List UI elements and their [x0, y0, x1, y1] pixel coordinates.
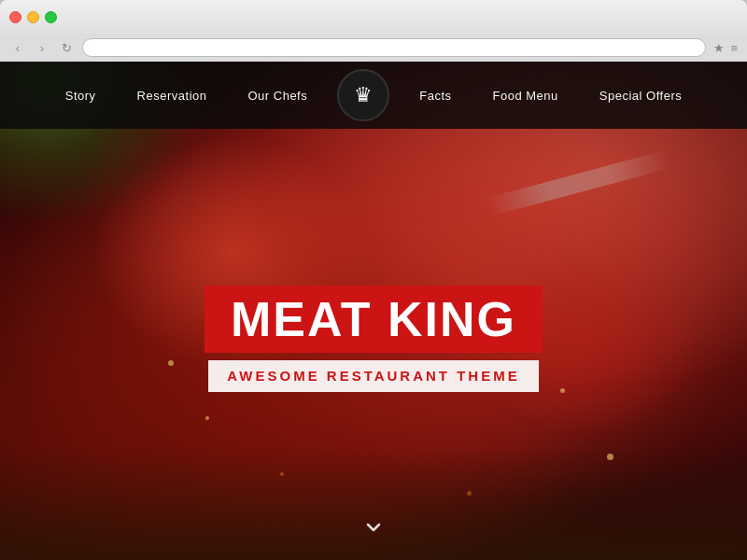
refresh-button[interactable]: ↻	[58, 39, 75, 56]
nav-items-right: Facts Food Menu Special Offers	[399, 89, 702, 103]
nav-our-chefs[interactable]: Our Chefs	[227, 89, 328, 103]
hero-title: MEAT KING	[231, 292, 516, 346]
minimize-button[interactable]	[27, 11, 39, 23]
spice-dot	[607, 454, 613, 460]
forward-button[interactable]: ›	[34, 39, 50, 56]
main-navigation: Story Reservation Our Chefs ♛ Facts Food…	[0, 62, 747, 129]
scroll-down-indicator[interactable]	[364, 518, 383, 541]
close-button[interactable]	[9, 11, 21, 23]
menu-icon[interactable]: ≡	[730, 41, 738, 55]
back-button[interactable]: ‹	[9, 39, 26, 56]
wood-overlay	[0, 448, 747, 560]
bookmark-icon[interactable]: ★	[713, 41, 725, 55]
nav-story[interactable]: Story	[45, 89, 117, 103]
hero-title-bg: MEAT KING	[204, 286, 543, 353]
address-bar[interactable]	[82, 38, 706, 57]
spice-dot	[467, 491, 472, 496]
spice-dot	[168, 360, 174, 366]
spice-dot	[205, 416, 209, 420]
nav-facts[interactable]: Facts	[399, 89, 472, 103]
nav-reservation[interactable]: Reservation	[117, 89, 228, 103]
nav-logo[interactable]: ♛	[337, 69, 389, 121]
chevron-down-icon	[364, 518, 383, 537]
toolbar-right: ★ ≡	[713, 41, 738, 55]
nav-special-offers[interactable]: Special Offers	[579, 89, 702, 103]
website-content: Story Reservation Our Chefs ♛ Facts Food…	[0, 62, 747, 560]
crown-icon: ♛	[354, 85, 373, 105]
browser-titlebar	[0, 0, 747, 34]
browser-toolbar: ‹ › ↻ ★ ≡	[0, 34, 747, 62]
spice-dot	[280, 472, 284, 476]
hero-subtitle-bg: AWESOME RESTAURANT THEME	[208, 360, 538, 392]
nav-food-menu[interactable]: Food Menu	[472, 89, 579, 103]
maximize-button[interactable]	[45, 11, 57, 23]
hero-subtitle: AWESOME RESTAURANT THEME	[227, 368, 519, 384]
browser-window: ‹ › ↻ ★ ≡ Story Reservation	[0, 0, 747, 560]
hero-content: MEAT KING AWESOME RESTAURANT THEME	[204, 286, 543, 392]
spice-dot	[560, 388, 565, 393]
nav-items-left: Story Reservation Our Chefs	[45, 89, 328, 103]
